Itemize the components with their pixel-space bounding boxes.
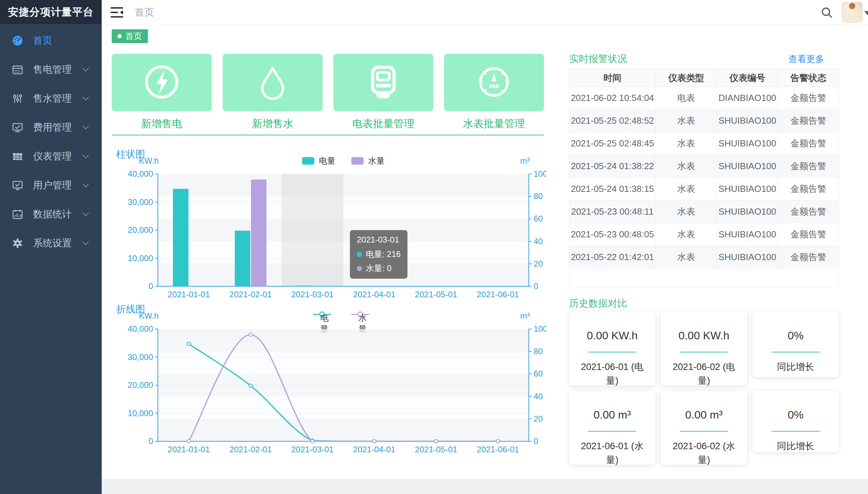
table-cell: 金额告警 <box>778 223 839 246</box>
alarm-column-header: 仪表类型 <box>656 69 717 87</box>
svg-text:20: 20 <box>534 414 543 423</box>
quick-action-label[interactable]: 新增售水 <box>223 117 323 131</box>
svg-text:30,000: 30,000 <box>128 197 153 207</box>
topbar: 首页 <box>102 0 868 25</box>
collapse-menu-icon[interactable] <box>111 7 123 18</box>
legend-item[interactable]: 水量 <box>351 155 385 166</box>
history-card: 0.00 m³2021-06-02 (水量) <box>661 391 747 465</box>
table-cell: 2021-05-22 01:42:01 <box>569 246 656 269</box>
table-cell: 金额告警 <box>778 155 839 178</box>
table-cell: 金额告警 <box>778 246 839 269</box>
fees-icon <box>12 122 23 133</box>
history-card-divider <box>771 431 820 432</box>
sidebar-item-label: 售水管理 <box>33 92 72 105</box>
section-divider <box>112 135 544 135</box>
table-cell: SHUIBIAO100 <box>717 110 778 132</box>
app-title: 安捷分项计量平台 <box>0 0 102 24</box>
sidebar-item-meters[interactable]: 仪表管理 <box>0 142 102 171</box>
electric-meters-batch-card[interactable] <box>333 54 433 111</box>
alarm-panel-title: 实时报警状况 <box>569 52 627 65</box>
history-card-divider <box>680 431 728 432</box>
tag-home[interactable]: 首页 <box>112 29 148 43</box>
svg-text:0: 0 <box>149 436 153 446</box>
table-row: 2021-05-24 01:38:15水表SHUIBIAO100金额告警 <box>569 178 839 200</box>
svg-text:2021-04-01: 2021-04-01 <box>353 445 395 454</box>
quick-action-electric-meters-batch: 电表批量管理 <box>333 54 433 131</box>
quick-action-water-meters-batch: 水表批量管理 <box>444 54 544 131</box>
chevron-down-icon <box>82 123 89 129</box>
bar-chart-canvas[interactable]: 40,00030,00020,00010,0000100806040200202… <box>102 171 546 303</box>
history-card-value: 0.00 m³ <box>569 409 655 421</box>
sidebar-item-label: 售电管理 <box>33 63 72 76</box>
user-avatar[interactable] <box>841 2 863 23</box>
alarm-column-header: 时间 <box>569 69 656 87</box>
sidebar-item-users[interactable]: 用户管理 <box>0 171 102 200</box>
svg-text:80: 80 <box>534 347 543 356</box>
svg-text:2021-01-01: 2021-01-01 <box>168 445 210 454</box>
tooltip-row: 电量: 216 <box>357 249 401 260</box>
svg-text:100: 100 <box>534 326 546 333</box>
table-cell: 2021-05-23 00:48:11 <box>569 200 656 223</box>
line-left-axis-unit: KW.h <box>139 311 159 321</box>
sidebar-item-settings[interactable]: 系统设置 <box>0 229 102 258</box>
sidebar-item-label: 用户管理 <box>33 179 72 192</box>
history-card: 0.00 KW.h2021-06-02 (电量) <box>661 311 747 385</box>
quick-action-label[interactable]: 电表批量管理 <box>333 117 433 131</box>
statistics-icon <box>12 208 23 220</box>
sidebar-item-label: 首页 <box>33 34 52 47</box>
svg-text:2021-02-01: 2021-02-01 <box>230 445 272 454</box>
table-cell: 2021-05-25 02:48:52 <box>569 110 656 132</box>
electricity-sales-icon <box>12 64 23 75</box>
new-water-sale-card[interactable] <box>223 54 323 111</box>
sidebar: 安捷分项计量平台 首页售电管理售水管理费用管理仪表管理用户管理数据统计系统设置 <box>0 0 102 494</box>
line-chart-canvas[interactable]: 40,00030,00020,00010,0000100806040200202… <box>102 326 546 458</box>
table-row: 2021-05-25 02:48:52水表SHUIBIAO100金额告警 <box>569 110 839 132</box>
history-card-label: 同比增长 <box>764 360 827 374</box>
svg-text:2021-01-01: 2021-01-01 <box>168 290 210 299</box>
table-cell: 金额告警 <box>778 132 839 155</box>
water-sales-icon <box>12 93 23 104</box>
table-row: 2021-05-23 00:48:05水表SHUIBIAO100金额告警 <box>569 223 839 246</box>
quick-action-label[interactable]: 新增售电 <box>112 117 212 131</box>
history-card: 0%同比增长 <box>753 391 839 452</box>
table-cell: 水表 <box>656 110 717 132</box>
search-icon[interactable] <box>820 6 833 19</box>
svg-text:40: 40 <box>534 392 543 401</box>
svg-text:40,000: 40,000 <box>128 171 153 178</box>
chevron-down-icon <box>82 152 89 158</box>
history-card-label: 2021-06-01 (电量) <box>581 360 644 388</box>
line-chart-legend: 电量水量 <box>158 310 529 318</box>
svg-text:0: 0 <box>534 436 538 446</box>
lightning-icon <box>142 62 182 103</box>
sidebar-item-fees[interactable]: 费用管理 <box>0 113 102 142</box>
sidebar-item-electricity-sales[interactable]: 售电管理 <box>0 55 102 84</box>
sidebar-item-statistics[interactable]: 数据统计 <box>0 200 102 229</box>
settings-gear-icon <box>12 237 23 249</box>
new-electricity-sale-card[interactable] <box>112 54 212 111</box>
water-meters-batch-card[interactable] <box>444 54 544 111</box>
caret-down-icon[interactable] <box>864 10 868 15</box>
sidebar-item-label: 仪表管理 <box>33 150 72 163</box>
table-cell: 水表 <box>656 178 717 200</box>
quick-action-label[interactable]: 水表批量管理 <box>444 117 544 131</box>
table-cell: SHUIBIAO100 <box>717 132 778 155</box>
history-card: 0.00 m³2021-06-01 (水量) <box>569 391 655 465</box>
chevron-down-icon <box>82 181 89 187</box>
history-card-value: 0.00 m³ <box>661 409 747 421</box>
sidebar-item-water-sales[interactable]: 售水管理 <box>0 84 102 113</box>
legend-item[interactable]: 电量 <box>313 310 335 318</box>
line-chart-section: 折线图 KW.h m³ 电量水量 40,00030,00020,00010,00… <box>102 301 546 460</box>
legend-item[interactable]: 电量 <box>302 155 335 166</box>
view-more-link[interactable]: 查看更多 <box>788 53 824 65</box>
table-cell: 2021-05-24 01:38:22 <box>569 155 656 178</box>
history-card-label: 同比增长 <box>764 439 827 453</box>
table-row: 2021-05-22 01:42:01水表SHUIBIAO100金额告警 <box>569 246 839 269</box>
table-cell: SHUIBIAO100 <box>717 246 778 269</box>
svg-text:20,000: 20,000 <box>128 225 153 235</box>
chevron-down-icon <box>82 94 89 100</box>
table-cell: SHUIBIAO100 <box>717 223 778 246</box>
svg-text:2021-02-01: 2021-02-01 <box>230 290 272 299</box>
chevron-down-icon <box>82 65 89 71</box>
legend-item[interactable]: 水量 <box>351 310 374 318</box>
sidebar-item-home[interactable]: 首页 <box>0 26 102 55</box>
